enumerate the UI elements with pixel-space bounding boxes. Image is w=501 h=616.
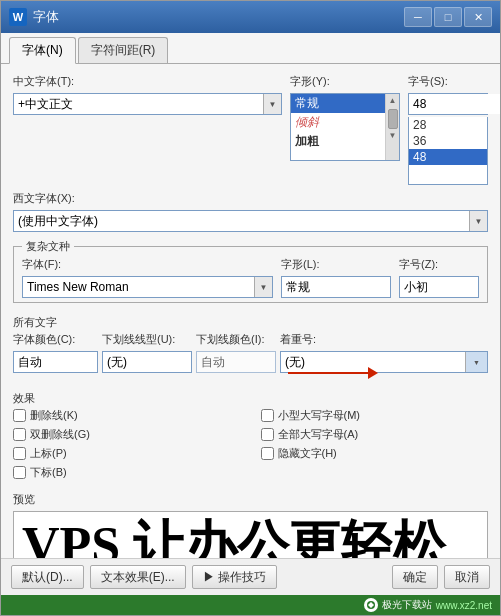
complex-style-group: 字形(L): ▼ xyxy=(281,257,391,298)
emphasis-dropdown-btn[interactable]: ▼ xyxy=(465,352,487,372)
tab-spacing[interactable]: 字符间距(R) xyxy=(78,37,169,63)
window-title: 字体 xyxy=(33,8,59,26)
underline-style-combo[interactable]: ▼ xyxy=(102,351,192,373)
style-option-italic[interactable]: 倾斜 xyxy=(291,113,385,132)
small-caps-row: 小型大写字母(M) xyxy=(261,408,489,423)
title-bar-left: W 字体 xyxy=(9,8,59,26)
style-group: 字形(Y): 常规 倾斜 加粗 ▲ ▼ xyxy=(290,74,400,161)
strikethrough-label: 删除线(K) xyxy=(30,408,78,423)
size-group: 字号(S): ▲ ▼ 28 36 48 xyxy=(408,74,488,185)
complex-size-group: 字号(Z): ▼ xyxy=(399,257,479,298)
brand-bar: 极光下载站 www.xz2.net xyxy=(1,595,500,615)
top-font-row: 中文字体(T): ▼ 字形(Y): 常规 倾斜 加粗 xyxy=(13,74,488,185)
chinese-font-group: 中文字体(T): ▼ xyxy=(13,74,282,115)
complex-size-label: 字号(Z): xyxy=(399,257,479,272)
default-button[interactable]: 默认(D)... xyxy=(11,565,84,589)
effects-title: 效果 xyxy=(13,391,488,406)
style-scrollbar[interactable]: ▲ ▼ xyxy=(385,94,399,160)
emphasis-label: 着重号: xyxy=(280,332,488,347)
western-font-input[interactable] xyxy=(14,211,469,231)
hidden-row: 隐藏文字(H) xyxy=(261,446,489,461)
double-strikethrough-label: 双删除线(G) xyxy=(30,427,90,442)
double-strikethrough-row: 双删除线(G) xyxy=(13,427,241,442)
all-caps-checkbox[interactable] xyxy=(261,428,274,441)
superscript-row: 上标(P) xyxy=(13,446,241,461)
preview-text: VPS 让办公更轻松 xyxy=(22,520,445,558)
font-dialog: W 字体 ─ □ ✕ 字体(N) 字符间距(R) 中文字体(T): xyxy=(0,0,501,616)
title-bar: W 字体 ─ □ ✕ xyxy=(1,1,500,33)
red-arrow xyxy=(288,367,378,379)
style-label: 字形(Y): xyxy=(290,74,400,89)
all-text-section: 所有文字 字体颜色(C): ▼ 下划线线型(U): xyxy=(13,315,488,373)
complex-size-input[interactable] xyxy=(400,277,479,297)
preview-box: VPS 让办公更轻松 xyxy=(13,511,488,558)
size-top-combo[interactable]: ▲ ▼ xyxy=(408,93,488,115)
effects-right-col: 小型大写字母(M) 全部大写字母(A) 隐藏文字(H) xyxy=(261,408,489,480)
complex-font-row: 字体(F): ▼ 字形(L): ▼ xyxy=(22,257,479,298)
scroll-thumb[interactable] xyxy=(388,109,398,129)
chinese-font-dropdown-btn[interactable]: ▼ xyxy=(263,94,281,114)
style-listbox-container: 常规 倾斜 加粗 ▲ ▼ xyxy=(290,93,400,161)
underline-style-group: 下划线线型(U): ▼ xyxy=(102,332,192,373)
size-label: 字号(S): xyxy=(408,74,488,89)
ok-button[interactable]: 确定 xyxy=(392,565,438,589)
strikethrough-checkbox[interactable] xyxy=(13,409,26,422)
complex-style-combo[interactable]: ▼ xyxy=(281,276,391,298)
all-caps-label: 全部大写字母(A) xyxy=(278,427,359,442)
style-option-bold[interactable]: 加粗 xyxy=(291,132,385,151)
complex-section-title: 复杂文种 xyxy=(22,239,74,254)
chinese-font-input[interactable] xyxy=(14,94,263,114)
maximize-button[interactable]: □ xyxy=(434,7,462,27)
chinese-font-label: 中文字体(T): xyxy=(13,74,282,89)
complex-section: 复杂文种 字体(F): ▼ 字形(L): xyxy=(13,246,488,303)
operation-tips-button[interactable]: ▶ 操作技巧 xyxy=(192,565,277,589)
superscript-checkbox[interactable] xyxy=(13,447,26,460)
double-strikethrough-checkbox[interactable] xyxy=(13,428,26,441)
complex-font-dropdown-btn[interactable]: ▼ xyxy=(254,277,272,297)
style-listbox[interactable]: 常规 倾斜 加粗 xyxy=(291,94,385,160)
underline-color-input[interactable] xyxy=(197,352,276,372)
subscript-row: 下标(B) xyxy=(13,465,241,480)
western-font-group: 西文字体(X): ▼ xyxy=(13,191,488,232)
font-color-combo[interactable]: ▼ xyxy=(13,351,98,373)
chinese-font-combo[interactable]: ▼ xyxy=(13,93,282,115)
subscript-checkbox[interactable] xyxy=(13,466,26,479)
tab-font[interactable]: 字体(N) xyxy=(9,37,76,64)
underline-color-combo[interactable]: ▼ xyxy=(196,351,276,373)
style-option-regular[interactable]: 常规 xyxy=(291,94,385,113)
complex-font-combo[interactable]: ▼ xyxy=(22,276,273,298)
hidden-label: 隐藏文字(H) xyxy=(278,446,337,461)
western-font-label: 西文字体(X): xyxy=(13,191,488,206)
scroll-down-arrow[interactable]: ▼ xyxy=(387,129,399,142)
scroll-up-arrow[interactable]: ▲ xyxy=(387,94,399,107)
western-font-dropdown-btn[interactable]: ▼ xyxy=(469,211,487,231)
all-text-label: 所有文字 xyxy=(13,315,488,330)
strikethrough-row: 删除线(K) xyxy=(13,408,241,423)
underline-color-label: 下划线颜色(I): xyxy=(196,332,276,347)
preview-section: 预览 VPS 让办公更轻松 这是一种TrueType字体，同时适用于屏幕和打印机… xyxy=(13,492,488,558)
minimize-button[interactable]: ─ xyxy=(404,7,432,27)
size-48[interactable]: 48 xyxy=(409,149,487,165)
text-effects-button[interactable]: 文本效果(E)... xyxy=(90,565,186,589)
all-caps-row: 全部大写字母(A) xyxy=(261,427,489,442)
cancel-button[interactable]: 取消 xyxy=(444,565,490,589)
small-caps-checkbox[interactable] xyxy=(261,409,274,422)
complex-font-label: 字体(F): xyxy=(22,257,273,272)
western-font-combo[interactable]: ▼ xyxy=(13,210,488,232)
size-28[interactable]: 28 xyxy=(409,117,487,133)
bottom-right-buttons: 确定 取消 xyxy=(392,565,490,589)
size-36[interactable]: 36 xyxy=(409,133,487,149)
complex-style-input[interactable] xyxy=(282,277,391,297)
size-listbox[interactable]: 28 36 48 xyxy=(408,117,488,185)
underline-style-input[interactable] xyxy=(103,352,192,372)
font-color-input[interactable] xyxy=(14,352,98,372)
complex-size-combo[interactable]: ▼ xyxy=(399,276,479,298)
size-input[interactable] xyxy=(409,94,500,114)
underline-style-label: 下划线线型(U): xyxy=(102,332,192,347)
font-color-group: 字体颜色(C): ▼ xyxy=(13,332,98,373)
effects-left-col: 删除线(K) 双删除线(G) 上标(P) 下标(B) xyxy=(13,408,241,480)
close-button[interactable]: ✕ xyxy=(464,7,492,27)
complex-font-input[interactable] xyxy=(23,277,254,297)
hidden-checkbox[interactable] xyxy=(261,447,274,460)
arrow-head xyxy=(368,367,378,379)
